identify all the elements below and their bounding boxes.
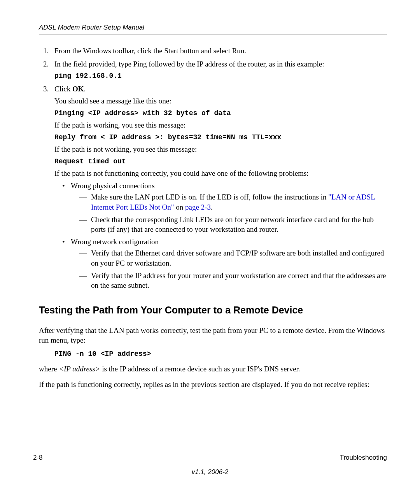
para2-italic: <IP address> [59,365,100,373]
list-item-3: Click OK. You should see a message like … [51,84,387,291]
dash3-text: Verify that the Ethernet card driver sof… [91,249,384,267]
list-item-1-text: From the Windows toolbar, click the Star… [54,47,246,55]
para2-suffix: is the IP address of a remote device suc… [100,365,300,373]
click-prefix: Click [54,85,72,93]
page: ADSL Modem Router Setup Manual From the … [0,0,420,504]
page-link[interactable]: page 2-3 [185,203,211,211]
path-working-text: If the path is working, you see this mes… [54,120,387,130]
timeout-output: Request timed out [54,157,387,166]
list-item-3-line: Click OK. [54,84,387,94]
wrong-network-text: Wrong network configuration [71,238,159,246]
page-header: ADSL Modem Router Setup Manual [39,23,387,35]
list-item-1: From the Windows toolbar, click the Star… [51,46,387,56]
dash-item-1: Make sure the LAN port LED is on. If the… [79,192,387,212]
problems-list: Wrong physical connections Make sure the… [54,181,387,290]
dash-item-4: Verify that the IP address for your rout… [79,271,387,290]
footer-row: 2-8 Troubleshooting [33,453,387,462]
section-para3: If the path is functioning correctly, re… [39,380,387,390]
dash4-text: Verify that the IP address for your rout… [91,271,386,290]
header-title: ADSL Modem Router Setup Manual [39,24,144,31]
footer-rule [33,451,387,451]
footer-section-name: Troubleshooting [340,453,387,462]
physical-sublist: Make sure the LAN port LED is on. If the… [71,192,387,234]
dash-item-2: Check that the corresponding Link LEDs a… [79,215,387,234]
pinging-output: Pinging <IP address> with 32 bytes of da… [54,108,387,118]
list-item-2-text: In the field provided, type Ping followe… [54,59,387,69]
footer-version: v1.1, 2006-2 [33,468,387,477]
section-para1: After verifying that the LAN path works … [39,326,387,345]
click-suffix: . [84,85,86,93]
reply-output: Reply from < IP address >: bytes=32 time… [54,133,387,142]
ping-n-command: PING -n 10 <IP address> [54,349,387,359]
footer-page-number: 2-8 [33,453,43,462]
list-item-2: In the field provided, type Ping followe… [51,59,387,81]
you-should-text: You should see a message like this one: [54,96,387,106]
dash-item-3: Verify that the Ethernet card driver sof… [79,248,387,268]
wrong-network-item: Wrong network configuration Verify that … [62,237,387,290]
section-heading: Testing the Path from Your Computer to a… [39,304,387,317]
result-block: You should see a message like this one: … [54,96,387,290]
ok-bold: OK [72,85,84,93]
dash2-text: Check that the corresponding Link LEDs a… [91,215,374,234]
dash1-prefix: Make sure the LAN port LED is on. If the… [91,193,328,201]
wrong-physical-text: Wrong physical connections [71,182,155,190]
dash1-suffix: . [211,203,213,211]
section-para2: where <IP address> is the IP address of … [39,364,387,374]
numbered-list: From the Windows toolbar, click the Star… [39,46,387,290]
network-sublist: Verify that the Ethernet card driver sof… [71,248,387,290]
page-footer: 2-8 Troubleshooting v1.1, 2006-2 [33,451,387,477]
ping-command: ping 192.168.0.1 [54,71,387,80]
path-not-working-text: If the path is not working, you see this… [54,144,387,154]
para2-prefix: where [39,365,59,373]
dash1-mid: on [174,203,186,211]
not-functioning-text: If the path is not functioning correctly… [54,168,387,178]
wrong-physical-item: Wrong physical connections Make sure the… [62,181,387,234]
